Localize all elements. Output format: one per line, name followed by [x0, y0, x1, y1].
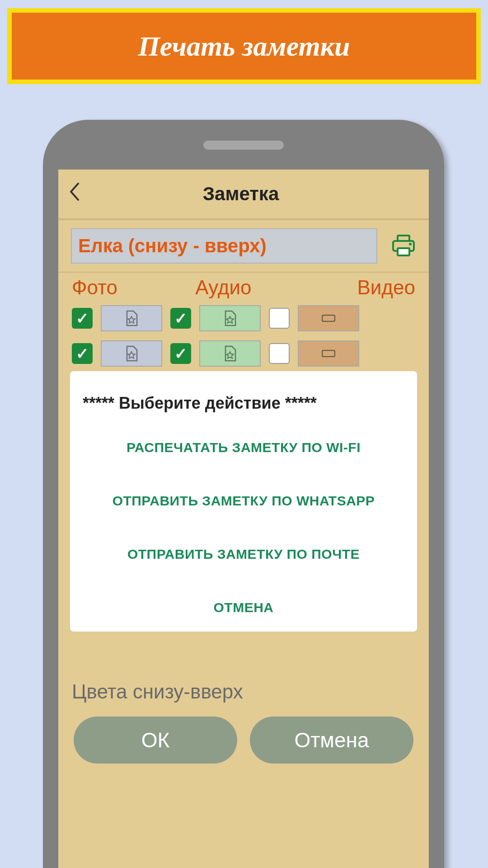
dialog-title: ***** Выберите действие *****: [70, 394, 417, 421]
checkbox-video[interactable]: [269, 308, 290, 329]
phone-frame: Заметка Елка (снизу - вверх) Фото Аудио …: [43, 120, 444, 868]
ok-button[interactable]: ОК: [74, 717, 237, 764]
thumb-video[interactable]: [298, 305, 359, 331]
tab-audio[interactable]: Аудио: [182, 276, 305, 299]
svg-rect-4: [322, 315, 335, 321]
media-tabs: Фото Аудио Видео: [58, 273, 429, 301]
note-body[interactable]: ***** Выберите действие ***** РАСПЕЧАТАТ…: [69, 371, 418, 706]
file-star-icon: [221, 309, 239, 327]
thumb-video[interactable]: [298, 340, 359, 367]
file-star-icon: [122, 309, 141, 327]
rect-icon: [322, 315, 335, 322]
checkbox-photo[interactable]: [72, 343, 93, 364]
dialog-option-wifi[interactable]: РАСПЕЧАТАТЬ ЗАМЕТКУ ПО WI-FI: [70, 421, 417, 474]
promo-banner: Печать заметки: [7, 8, 481, 84]
checkbox-audio[interactable]: [170, 343, 191, 364]
printer-icon: [391, 235, 416, 257]
banner-title: Печать заметки: [138, 30, 350, 62]
checkbox-video[interactable]: [269, 343, 290, 364]
svg-rect-2: [398, 248, 409, 255]
media-row: [58, 301, 429, 336]
cancel-button[interactable]: Отмена: [250, 717, 413, 764]
svg-rect-5: [322, 350, 335, 357]
media-row: [58, 336, 429, 371]
note-title-row: Елка (снизу - вверх): [58, 219, 429, 273]
thumb-photo[interactable]: [101, 340, 162, 367]
note-text: Цвета снизу-вверх: [69, 680, 246, 703]
phone-speaker: [203, 141, 284, 150]
print-button[interactable]: [388, 231, 419, 261]
rect-icon: [322, 350, 335, 357]
action-dialog: ***** Выберите действие ***** РАСПЕЧАТАТ…: [70, 371, 417, 632]
thumb-photo[interactable]: [101, 305, 162, 331]
dialog-option-cancel[interactable]: ОТМЕНА: [70, 581, 417, 632]
checkbox-photo[interactable]: [72, 308, 93, 329]
file-star-icon: [221, 344, 239, 363]
thumb-audio[interactable]: [199, 340, 261, 367]
screen-title: Заметка: [63, 183, 419, 205]
file-star-icon: [122, 344, 141, 363]
bottom-buttons: ОК Отмена: [58, 706, 429, 764]
tab-video[interactable]: Видео: [305, 276, 415, 299]
dialog-option-whatsapp[interactable]: ОТПРАВИТЬ ЗАМЕТКУ ПО WHATSAPP: [70, 474, 417, 528]
dialog-option-mail[interactable]: ОТПРАВИТЬ ЗАМЕТКУ ПО ПОЧТЕ: [70, 528, 417, 581]
svg-point-3: [409, 243, 412, 245]
top-bar: Заметка: [58, 170, 429, 219]
tab-photo[interactable]: Фото: [72, 276, 182, 299]
note-title-input[interactable]: Елка (снизу - вверх): [71, 228, 377, 264]
thumb-audio[interactable]: [199, 305, 261, 331]
screen: Заметка Елка (снизу - вверх) Фото Аудио …: [58, 170, 429, 868]
checkbox-audio[interactable]: [170, 308, 191, 329]
